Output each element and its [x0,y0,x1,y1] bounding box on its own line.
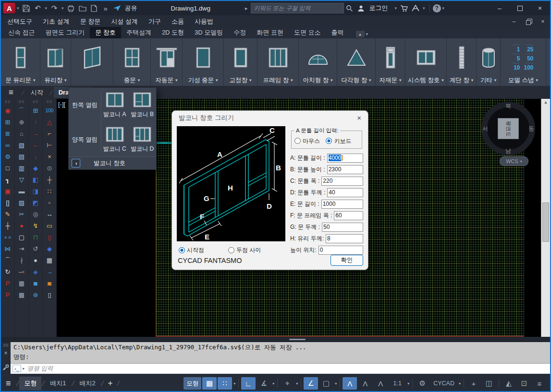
tool-copy-circles-icon[interactable]: ∘∘ [2,232,13,243]
user-icon[interactable] [356,3,367,13]
tool-dim-width-icon[interactable]: ↔ [44,209,55,220]
tool-trim-scissors-icon[interactable]: ✂ [16,209,27,220]
search-input[interactable]: 키워드 또는 구절 입력 [251,3,344,13]
ribbon-button-arch-window[interactable]: 아치형 창▾ [299,38,337,86]
object-snap-tracking-toggle[interactable]: ∠ [304,377,318,390]
command-prompt-caret-icon[interactable]: ▾ [23,367,24,371]
tool-red-rect-icon[interactable]: ▣ [2,186,13,197]
scroll-up-icon[interactable]: ▲ [541,100,550,105]
login-caret-icon[interactable]: ▾ [395,6,397,11]
ribbon-button-model-snap[interactable]: ·····1·····25·····5·····50·····10·····10… [501,38,546,86]
ok-button[interactable]: 확인 [331,255,363,266]
tool-cone-icon[interactable]: ▽ [16,174,27,186]
polar-tracking-caret-icon[interactable]: ▾ [272,381,274,386]
autodesk-caret-icon[interactable]: ▾ [423,6,425,11]
ribbon-button-door-glass-door[interactable]: 문 유리문▾ [1,38,40,86]
tool-dim-center-icon[interactable]: ⊙ [44,163,55,174]
annotation-scale-caret-icon[interactable]: ▾ [407,381,409,386]
tool-zoom-window-icon[interactable]: ◎ [30,209,41,220]
isolate-objects-toggle[interactable]: ◫ [482,377,496,390]
search-icon[interactable] [344,3,355,13]
tool-dim-baseline-icon[interactable]: ∷ [44,186,55,197]
field-input-5[interactable]: 1000 [321,200,363,209]
ribbon-button-balcony-window[interactable] [71,38,113,86]
ribbon-button-ready-made-door[interactable]: 기성 중문▾ [183,38,224,86]
file-tab-start[interactable]: 시작 [26,86,48,99]
tool-match-properties-icon[interactable]: ◉ [2,105,13,117]
tool-move-right-red-icon[interactable]: → [30,128,41,140]
tool-sphere-icon[interactable]: ● [30,255,41,266]
menu-item-6[interactable]: 소품 [166,17,189,26]
ribbon-tab[interactable]: 수정 [228,27,251,38]
menu-item-3[interactable]: 문 창문 [75,17,106,26]
two-point-radio[interactable] [228,247,234,253]
doc-close-button[interactable]: × [536,16,550,27]
tool-union-solid-icon[interactable]: ▥ [16,163,27,174]
tool-export-wmf-icon[interactable]: → [44,266,55,278]
scrollbar-thumb[interactable] [542,202,549,242]
annotation-monitor-toggle[interactable]: + [466,377,481,390]
field-input-1[interactable]: 4000 [327,154,363,163]
tool-door-panel-2-icon[interactable]: ◨ [30,186,41,197]
maximize-button[interactable] [510,1,530,15]
keyboard-radio-label[interactable]: 키보드 [334,138,351,144]
redo-icon[interactable]: ↷ [49,3,60,13]
tool-polyline-bend-icon[interactable]: ┓ [2,174,13,186]
tool-cube-blue-icon[interactable]: ◆ [30,163,41,174]
menu-item-7[interactable]: 사용법 [189,17,219,26]
tool-orbit-icon[interactable]: ↺ [30,243,41,255]
tool-column-tool-icon[interactable]: ≣ [2,128,13,140]
dropdown-footer[interactable]: ◑ 발코니 창호 [69,156,156,169]
share-plane-icon[interactable] [112,3,122,13]
tool-render-camera-icon[interactable]: ◙ [44,278,55,289]
ribbon-tab[interactable]: 2D 도형 [157,27,189,38]
viewcube-top-face[interactable]: 평면도 [498,118,519,139]
annotation-visibility-toggle[interactable]: Λ [343,377,357,390]
workspace-caret-icon[interactable]: ▾ [459,381,461,386]
object-snap-toggle[interactable]: ▢ [319,377,333,390]
mouse-radio-label[interactable]: 마우스 [303,138,320,144]
tool-polygon-icon[interactable]: ⌂ [16,128,27,140]
balcony-item-c[interactable]: 발코니 C [103,127,126,153]
ribbon-tab[interactable]: 신속 접근 [3,27,40,38]
object-snap-caret-icon[interactable]: ▾ [335,381,337,386]
tool-mirror-icon[interactable]: ⋈ [2,243,13,255]
doc-minimize-button[interactable]: – [507,16,521,27]
field-input-2[interactable]: 2300 [327,165,363,174]
tool-quick-view-icon[interactable]: ↯ [30,220,41,232]
palette-close-icon[interactable]: × [4,350,7,356]
tool-fillet-arc-icon[interactable]: ⌒ [2,255,13,266]
search-arrow-icon[interactable]: ▸ [245,5,248,12]
workspace-name[interactable]: CYCAD [430,377,457,390]
toolbar-grip-icon[interactable]: ⠿⠿ [47,100,52,105]
canvas-splitter[interactable] [1,337,550,342]
ribbon-button-material-door[interactable]: 자재문▾ [376,38,405,86]
tool-dim-cross-icon[interactable]: × [44,151,55,163]
tool-copy-solid-icon[interactable]: ▨ [16,197,27,209]
ribbon-button-stair-window[interactable]: 계단 창▾ [447,38,477,86]
ribbon-button-polygon-window[interactable]: 다각형 창▾ [337,38,376,86]
ribbon-button-fixed-window[interactable]: 고정창▾ [224,38,257,86]
tool-move-left-red-icon[interactable]: ← [30,140,41,151]
command-history[interactable]: C:\Users\jeffy\AppData\Local\Temp\Drawin… [11,342,550,364]
tool-move-down-red-icon[interactable]: ↓ [30,151,41,163]
polar-tracking-toggle[interactable]: ∡ [257,377,271,390]
tool-stretch-icon[interactable]: –▫ [16,266,27,278]
tool-film-panel-icon[interactable]: ▦ [16,278,27,289]
ribbon-collapse-button[interactable]: ▴ ▾ [356,31,368,37]
balcony-item-a[interactable]: 발코니 A [103,92,126,119]
clean-screen-toggle[interactable]: ⊡ [517,377,531,390]
toolbar-grip-icon[interactable]: ⠿⠿ [33,100,38,105]
field-input-4[interactable]: 40 [327,188,363,197]
ribbon-button-system-window[interactable]: 시스템 창호▾ [405,38,447,86]
autodesk-mark-icon[interactable] [410,3,421,13]
field-input-9[interactable]: 0 [318,246,363,255]
ribbon-button-frame-window[interactable]: 프레임 창▾ [257,38,299,86]
tool-leader-icon[interactable]: ⌐ [44,128,55,140]
tool-cube-small-icon[interactable]: ◆ [44,243,55,255]
two-point-label[interactable]: 두점 사이 [236,246,261,254]
tool-settings-line-icon[interactable]: ⚙ [2,151,13,163]
statusbar-hamburger-icon[interactable]: ≡ [6,379,11,389]
new-sheet-icon[interactable] [89,3,99,13]
ribbon-tab[interactable]: 도면 요소 [289,27,326,38]
